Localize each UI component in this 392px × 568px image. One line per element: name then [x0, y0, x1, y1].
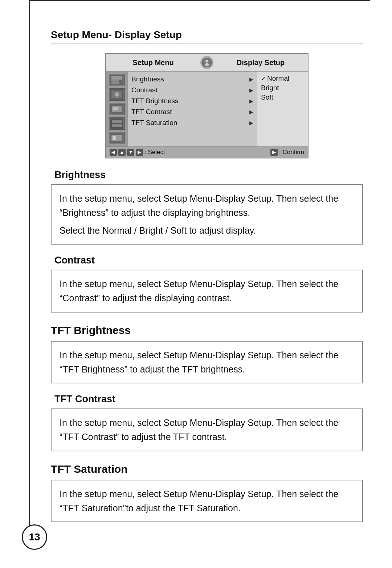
menu-item-tft-brightness: TFT Brightness ▶ [131, 96, 253, 106]
tft-saturation-heading: TFT Saturation [51, 463, 363, 475]
menu-icon-5 [109, 132, 125, 144]
contrast-heading: Contrast [51, 255, 363, 266]
submenu-soft-label: Soft [261, 93, 273, 101]
nav-btn-up: ▲ [118, 149, 126, 156]
footer-confirm-label: : Confirm [279, 149, 304, 156]
menu-icon-3 [109, 103, 125, 115]
brightness-desc1: In the setup menu, select Setup Menu-Dis… [60, 192, 354, 220]
menu-item-brightness-label: Brightness [131, 75, 164, 83]
menu-item-brightness: Brightness ▶ [131, 74, 253, 84]
section-title: Setup Menu- Display Setup [51, 29, 363, 44]
menu-header: Setup Menu Display Setup [106, 54, 308, 72]
menu-item-tft-saturation-label: TFT Saturation [131, 119, 177, 127]
menu-item-tft-saturation: TFT Saturation ▶ [131, 118, 253, 128]
submenu-soft: Soft [261, 93, 304, 101]
footer-confirm-area: ▶ : Confirm [270, 149, 304, 156]
submenu-bright: Bright [261, 84, 304, 92]
tft-contrast-heading: TFT Contrast [51, 394, 363, 405]
submenu-bright-label: Bright [261, 84, 279, 92]
nav-btn-down: ▼ [127, 149, 134, 156]
svg-point-2 [205, 63, 209, 66]
svg-rect-4 [111, 76, 122, 80]
brightness-heading: Brightness [51, 169, 363, 181]
menu-item-tft-saturation-arrow: ▶ [249, 120, 253, 126]
tft-contrast-info-box: In the setup menu, select Setup Menu-Dis… [51, 408, 363, 451]
contrast-desc1: In the setup menu, select Setup Menu-Dis… [60, 277, 354, 305]
svg-rect-17 [113, 136, 116, 140]
tft-saturation-heading-text: TFT Saturation [51, 463, 128, 475]
svg-point-8 [115, 92, 119, 97]
menu-icon-2 [109, 88, 125, 101]
submenu-normal: ✓ Normal [261, 74, 304, 82]
nav-btn-right: ▶ [136, 149, 143, 156]
footer-select-label: : Select [144, 149, 165, 156]
left-border [29, 0, 30, 532]
menu-item-tft-brightness-label: TFT Brightness [131, 97, 179, 105]
tft-saturation-desc1: In the setup menu, select Setup Menu-Dis… [60, 487, 354, 515]
nav-btn-confirm: ▶ [270, 149, 278, 156]
menu-header-right-label: Display Setup [217, 59, 304, 67]
brightness-info-box: In the setup menu, select Setup Menu-Dis… [51, 184, 363, 245]
nav-btn-left: ◀ [110, 149, 117, 156]
svg-point-1 [205, 60, 208, 63]
tft-brightness-desc1: In the setup menu, select Setup Menu-Dis… [60, 348, 354, 376]
menu-mockup: Setup Menu Display Setup [105, 53, 309, 158]
submenu-normal-label: Normal [267, 74, 289, 82]
menu-icons-col [106, 72, 128, 146]
menu-submenu-col: ✓ Normal Bright Soft [257, 72, 308, 146]
tft-brightness-heading-text: TFT Brightness [51, 324, 131, 336]
svg-rect-11 [113, 107, 118, 110]
menu-item-contrast: Contrast ▶ [131, 85, 253, 95]
tft-contrast-desc1: In the setup menu, select Setup Menu-Dis… [60, 416, 354, 444]
top-border [29, 0, 370, 1]
menu-item-contrast-arrow: ▶ [249, 87, 253, 93]
menu-icon-4 [109, 117, 125, 130]
tft-brightness-heading: TFT Brightness [51, 324, 363, 337]
menu-header-left-label: Setup Menu [110, 59, 197, 67]
brightness-desc2: Select the Normal / Bright / Soft to adj… [60, 223, 354, 238]
menu-body: Brightness ▶ Contrast ▶ TFT Brightness ▶… [106, 72, 308, 146]
menu-item-contrast-label: Contrast [131, 86, 158, 94]
menu-item-tft-brightness-arrow: ▶ [249, 98, 253, 104]
menu-item-brightness-arrow: ▶ [249, 76, 253, 82]
tft-saturation-info-box: In the setup menu, select Setup Menu-Dis… [51, 480, 363, 523]
svg-rect-5 [111, 80, 119, 84]
page-number: 13 [22, 524, 47, 550]
menu-header-icon [200, 56, 213, 69]
menu-icon-1 [109, 74, 125, 86]
menu-item-tft-contrast-arrow: ▶ [249, 109, 253, 115]
menu-item-tft-contrast: TFT Contrast ▶ [131, 107, 253, 117]
tft-brightness-info-box: In the setup menu, select Setup Menu-Dis… [51, 341, 363, 384]
menu-item-tft-contrast-label: TFT Contrast [131, 108, 172, 116]
footer-select-area: ◀ ▲ ▼ ▶ : Select [110, 149, 165, 156]
menu-footer: ◀ ▲ ▼ ▶ : Select ▶ : Confirm [106, 146, 308, 158]
contrast-info-box: In the setup menu, select Setup Menu-Dis… [51, 270, 363, 313]
submenu-normal-check: ✓ [261, 75, 266, 82]
menu-items-col: Brightness ▶ Contrast ▶ TFT Brightness ▶… [128, 72, 257, 146]
